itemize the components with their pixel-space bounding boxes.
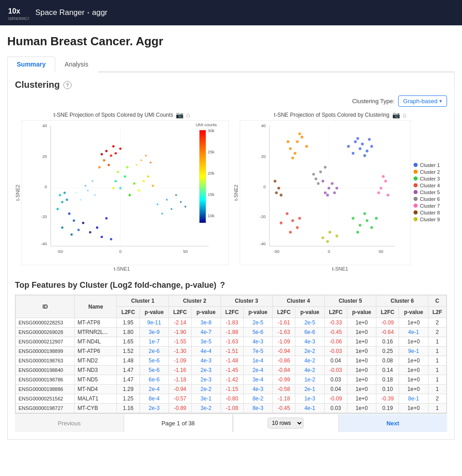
- rows-dropdown[interactable]: 10 rows 25 rows 50 rows 100 rows: [268, 418, 303, 428]
- cell-id: ENSG00000212907: [16, 337, 75, 347]
- svg-point-48: [112, 145, 115, 148]
- subh-c4-pval: p-value: [295, 307, 324, 318]
- cell-c1-l2fc: 1.25: [117, 394, 140, 404]
- svg-rect-68: [199, 130, 206, 223]
- subh-c7-l2fc: L2F: [428, 307, 446, 318]
- svg-point-64: [136, 164, 138, 166]
- cell-c4-l2fc: -0.58: [273, 385, 295, 394]
- svg-point-24: [61, 226, 63, 228]
- chart1-camera-icon[interactable]: 📷: [176, 111, 183, 119]
- svg-point-128: [317, 182, 320, 185]
- cell-c4-p: 1e-3: [295, 394, 324, 404]
- cell-c6-p: 8e-1: [399, 394, 428, 404]
- svg-point-16: [96, 226, 98, 228]
- svg-text:40: 40: [42, 124, 47, 128]
- svg-point-61: [94, 194, 96, 196]
- svg-point-17: [101, 236, 103, 238]
- col-header-cluster7-partial: C: [428, 295, 446, 307]
- svg-text:GENOMICS: GENOMICS: [8, 16, 29, 21]
- cell-c5-l2fc: -0.09: [324, 394, 347, 404]
- next-button[interactable]: Next: [339, 414, 448, 432]
- subh-c3-pval: p-value: [243, 307, 272, 318]
- page-info: Page 1 of 38: [124, 414, 233, 432]
- svg-point-102: [287, 140, 289, 143]
- cell-c5-p: 1e+0: [347, 366, 376, 375]
- cell-c4-p: 2e-1: [295, 385, 324, 394]
- cell-c6-p: 9e-1: [399, 347, 428, 356]
- chart1-area: 40 20 0 -20 -40 -50 0 50: [21, 120, 229, 265]
- svg-text:10k: 10k: [208, 214, 215, 218]
- svg-point-101: [305, 145, 308, 148]
- cell-c2-l2fc: -1.09: [168, 356, 191, 366]
- features-table: ID Name Cluster 1 Cluster 2 Cluster 3 Cl…: [15, 295, 447, 413]
- svg-point-100: [294, 152, 296, 155]
- svg-text:0: 0: [119, 249, 121, 254]
- cell-c6-p: 4e-1: [399, 328, 428, 337]
- svg-point-34: [133, 182, 135, 185]
- svg-point-106: [359, 224, 361, 227]
- cell-c5-p: 1e+0: [347, 356, 376, 366]
- col-header-cluster3: Cluster 3: [221, 295, 273, 307]
- clustering-type-dropdown[interactable]: Graph-based: [398, 95, 447, 107]
- chart1-xlabel: t-SNE1: [15, 266, 229, 271]
- svg-point-33: [129, 194, 131, 196]
- cell-id: ENSG00000251562: [16, 394, 75, 404]
- prev-button[interactable]: Previous: [15, 414, 124, 432]
- svg-point-133: [377, 191, 380, 194]
- svg-point-138: [275, 191, 278, 194]
- tab-analysis[interactable]: Analysis: [55, 57, 98, 72]
- cell-id: ENSG00000228253: [16, 318, 75, 328]
- cell-c4-l2fc: -1.09: [273, 337, 295, 347]
- cell-c3-l2fc: -1.42: [221, 375, 243, 385]
- svg-text:0: 0: [45, 185, 47, 189]
- svg-point-116: [289, 231, 292, 233]
- cell-id: ENSG00000198763: [16, 356, 75, 366]
- col-header-id: ID: [16, 295, 75, 318]
- top-features-help-icon[interactable]: ?: [220, 281, 225, 290]
- legend-cluster2: Cluster 2: [414, 169, 447, 175]
- cell-c2-l2fc: -1.18: [168, 375, 191, 385]
- svg-point-119: [322, 180, 324, 182]
- svg-point-58: [85, 185, 87, 187]
- table-row: ENSG00000228253 MT-ATP8 1.95 9e-11 -2.14…: [16, 318, 447, 328]
- cell-c1-l2fc: 1.47: [117, 375, 140, 385]
- chart1-body: t-SNE2 40 20 0 -20: [15, 120, 229, 265]
- svg-point-27: [61, 201, 63, 203]
- svg-text:15k: 15k: [208, 192, 215, 197]
- cell-c3-l2fc: -1.63: [221, 337, 243, 347]
- svg-point-113: [286, 212, 289, 215]
- svg-point-55: [175, 194, 177, 196]
- cell-name: MT-ND3: [75, 366, 117, 375]
- svg-point-20: [68, 213, 70, 215]
- chart2-camera-icon[interactable]: 📷: [392, 111, 400, 119]
- svg-point-97: [296, 140, 298, 143]
- cell-c4-p: 4e-2: [295, 366, 324, 375]
- clustering-section-header: Clustering ?: [15, 80, 447, 90]
- chart1-ylabel: t-SNE2: [15, 185, 20, 200]
- svg-point-49: [105, 150, 107, 152]
- cell-id: ENSG00000198727: [16, 404, 75, 413]
- cell-name: MT-ATP6: [75, 347, 117, 356]
- cell-c7-partial: 1: [428, 404, 446, 413]
- subh-c5-pval: p-value: [347, 307, 376, 318]
- cell-c5-p: 1e+0: [347, 375, 376, 385]
- cell-c3-p: 2e-4: [243, 366, 272, 375]
- svg-point-51: [157, 204, 159, 205]
- svg-point-38: [138, 189, 140, 191]
- svg-point-108: [366, 219, 368, 222]
- chart1-home-icon[interactable]: ⌂: [186, 111, 190, 119]
- tab-summary[interactable]: Summary: [7, 57, 55, 72]
- chart2-home-icon[interactable]: ⌂: [403, 111, 406, 119]
- cell-c4-l2fc: -0.84: [273, 366, 295, 375]
- svg-point-54: [171, 208, 173, 210]
- svg-point-29: [59, 194, 61, 196]
- subh-c6-pval: p-value: [399, 307, 428, 318]
- clustering-help-icon[interactable]: ?: [63, 81, 72, 89]
- cell-c1-p: 1e-7: [140, 337, 168, 347]
- svg-point-65: [140, 159, 142, 161]
- cell-c6-l2fc: 0.18: [376, 375, 399, 385]
- chart1-svg: 40 20 0 -20 -40 -50 0 50: [22, 121, 228, 265]
- svg-point-46: [115, 152, 117, 154]
- cell-c4-p: 4e-3: [295, 337, 324, 347]
- cell-c5-l2fc: 0.04: [324, 356, 347, 366]
